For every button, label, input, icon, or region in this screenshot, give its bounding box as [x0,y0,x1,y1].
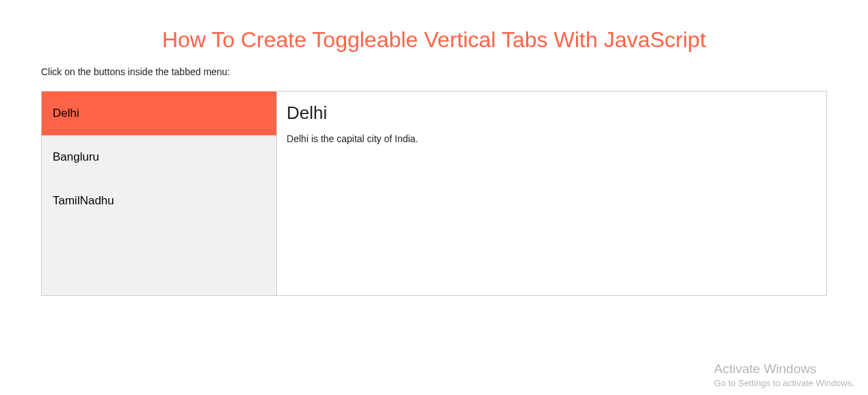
content-heading: Delhi [287,103,817,124]
page-title: How To Create Toggleable Vertical Tabs W… [41,27,827,53]
page-container: How To Create Toggleable Vertical Tabs W… [0,0,868,296]
windows-activation-watermark: Activate Windows Go to Settings to activ… [714,362,854,388]
tabs-container: Delhi Bangluru TamilNadhu Delhi Delhi is… [41,91,827,296]
tab-button-tamilnadhu[interactable]: TamilNadhu [42,179,276,223]
watermark-subtitle: Go to Settings to activate Windows. [714,378,854,388]
watermark-title: Activate Windows [714,362,854,377]
instruction-text: Click on the buttons inside the tabbed m… [41,66,827,77]
tab-button-bangluru[interactable]: Bangluru [42,135,276,179]
tab-content: Delhi Delhi is the capital city of India… [277,92,826,295]
tab-button-delhi[interactable]: Delhi [42,92,276,135]
content-body: Delhi is the capital city of India. [287,133,817,144]
tab-sidebar: Delhi Bangluru TamilNadhu [42,92,277,295]
